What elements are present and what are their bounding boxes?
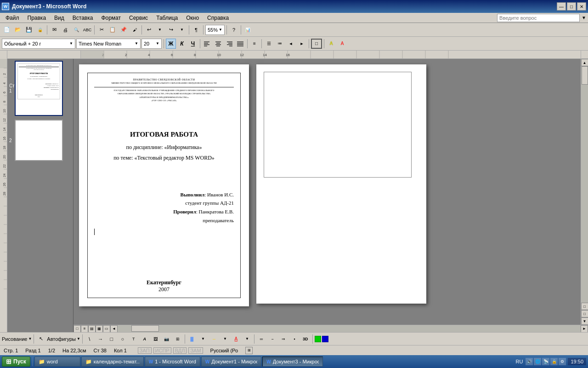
oval-tool[interactable]: ○	[118, 334, 128, 344]
bold-button[interactable]: Ж	[166, 39, 176, 49]
undo-button[interactable]: ↩	[144, 25, 154, 35]
align-center-button[interactable]	[213, 39, 223, 49]
reading-view-btn[interactable]: ▭	[103, 325, 110, 333]
outline-view-btn[interactable]: ▦	[96, 325, 103, 333]
shadow-tool[interactable]: ▪	[289, 334, 300, 344]
menu-format[interactable]: Формат	[97, 14, 124, 22]
copy-button[interactable]: 📋	[107, 25, 118, 35]
redo-dropdown[interactable]: ▼	[177, 25, 187, 35]
open-button[interactable]: 📂	[13, 25, 23, 35]
align-left-button[interactable]	[202, 39, 212, 49]
document-scroll-area[interactable]: ПРАВИТЕЛЬСТВО СВЕРДЛОВСКОЙ ОБЛАСТИ МИНИС…	[74, 59, 581, 325]
dash-style-tool[interactable]: --	[267, 334, 277, 344]
pilcrow-button[interactable]: ¶	[191, 25, 201, 35]
line-spacing-button[interactable]: ≡	[249, 39, 260, 49]
font-color-draw-arrow[interactable]: ▼	[242, 334, 252, 344]
arrow-style-tool[interactable]: ⇒	[278, 334, 288, 344]
autoshape-arrow[interactable]: ▼	[77, 337, 80, 341]
wordart-tool[interactable]: A	[140, 334, 150, 344]
increase-indent[interactable]: ►	[297, 39, 307, 49]
help-arrow[interactable]: ▼	[582, 15, 586, 20]
scroll-left-button[interactable]: ◄	[110, 325, 118, 333]
scroll-page-up[interactable]: □	[581, 303, 588, 310]
menu-view[interactable]: Вид	[51, 14, 68, 22]
print-view-btn[interactable]: ▤	[88, 325, 96, 333]
outside-border[interactable]: □	[311, 39, 322, 49]
taskbar-doc1[interactable]: W Документ1 - Микросо...	[201, 356, 261, 367]
diagram-tool[interactable]: ⊞	[173, 334, 183, 344]
menu-table[interactable]: Таблица	[153, 14, 181, 22]
help-button[interactable]: ?	[229, 25, 239, 35]
italic-button[interactable]: К	[177, 39, 187, 49]
line-tool[interactable]: \	[85, 334, 95, 344]
line-color-arrow[interactable]: ▼	[220, 334, 230, 344]
textbox-tool[interactable]: T	[129, 334, 139, 344]
new-button[interactable]: 📄	[2, 25, 12, 35]
pointer-button[interactable]: ↖	[36, 334, 46, 344]
preview-button[interactable]: 🔍	[71, 25, 81, 35]
taskbar-calendar[interactable]: 📁 календарно-темат...	[81, 356, 144, 367]
redo-button[interactable]: ↪	[166, 25, 176, 35]
taskbar-word1[interactable]: W 1 - Microsoft Word	[145, 356, 200, 367]
normal-view-btn[interactable]: □	[74, 325, 81, 333]
rect-tool[interactable]: □	[107, 334, 117, 344]
task-pane[interactable]: 📊	[243, 25, 253, 35]
page-2-thumbnail[interactable]	[15, 120, 63, 161]
clip-art-tool[interactable]: 🖼	[151, 334, 161, 344]
3d-tool[interactable]: 3D	[300, 334, 311, 344]
email-button[interactable]: ✉	[49, 25, 59, 35]
decrease-indent[interactable]: ◄	[286, 39, 296, 49]
line-color-tool[interactable]: ─	[209, 334, 219, 344]
menu-window[interactable]: Окно	[182, 14, 203, 22]
align-justify-button[interactable]	[235, 39, 245, 49]
scroll-thumb[interactable]	[582, 66, 588, 85]
h-scroll-thumb[interactable]	[131, 325, 159, 332]
cut-button[interactable]: ✂	[96, 25, 107, 35]
font-color-button[interactable]: A	[337, 39, 347, 49]
menu-tools[interactable]: Сервис	[125, 14, 152, 22]
scroll-up-button[interactable]: ▲	[581, 59, 588, 66]
format-painter[interactable]: 🖌	[130, 25, 140, 35]
menu-insert[interactable]: Вставка	[69, 14, 97, 22]
bullets-button[interactable]: ☰	[264, 39, 274, 49]
size-dropdown[interactable]: 20 ▼	[141, 39, 162, 49]
draw-arrow[interactable]: ▼	[28, 337, 32, 341]
close-button[interactable]: ✕	[577, 2, 586, 11]
highlight-button[interactable]: A	[326, 39, 336, 49]
numbering-button[interactable]: ≔	[275, 39, 285, 49]
font-color-draw-tool[interactable]: A	[231, 334, 241, 344]
help-search-input[interactable]	[497, 14, 580, 22]
save-button[interactable]: 💾	[24, 25, 34, 35]
picture-tool[interactable]: 📷	[162, 334, 172, 344]
scroll-right-button[interactable]: ►	[581, 325, 588, 333]
zoom-dropdown[interactable]: 55% ▼	[205, 25, 225, 35]
vertical-scrollbar[interactable]: ▲ □ □ ▼	[581, 59, 588, 325]
arrow-tool[interactable]: →	[96, 334, 106, 344]
taskbar-word-folder[interactable]: 📁 word	[34, 356, 80, 367]
print-button[interactable]: 🖨	[60, 25, 70, 35]
permission-button[interactable]: 🔒	[35, 25, 45, 35]
taskbar-doc3[interactable]: W Документ3 - Микросо...	[262, 356, 322, 367]
fill-color-tool[interactable]: ▓	[187, 334, 197, 344]
undo-dropdown[interactable]: ▼	[155, 25, 165, 35]
fill-color-arrow[interactable]: ▼	[198, 334, 208, 344]
font-dropdown[interactable]: Times New Roman ▼	[76, 39, 141, 49]
menu-file[interactable]: Файл	[2, 14, 23, 22]
maximize-button[interactable]: □	[567, 2, 576, 11]
line-style-tool[interactable]: ═	[256, 334, 266, 344]
web-view-btn[interactable]: ≡	[81, 325, 88, 333]
scroll-page-down[interactable]: □	[581, 310, 588, 317]
underline-button[interactable]: Ч	[188, 39, 198, 49]
minimize-button[interactable]: —	[557, 2, 566, 11]
menu-edit[interactable]: Правка	[24, 14, 50, 22]
menu-help[interactable]: Справка	[204, 14, 232, 22]
align-right-button[interactable]	[224, 39, 234, 49]
scroll-track[interactable]	[581, 66, 588, 303]
h-scroll-track[interactable]	[118, 325, 581, 332]
style-dropdown[interactable]: Обычный + 20 г ▼	[2, 39, 75, 49]
paste-button[interactable]: 📌	[119, 25, 129, 35]
spell-button[interactable]: ABC	[82, 25, 92, 35]
page-1-thumbnail[interactable]: ПРАВИТЕЛЬСТВО СВЕРДЛОВСКОЙ ОБЛАСТИ ГОСУД…	[15, 61, 63, 116]
scroll-down-button[interactable]: ▼	[581, 317, 588, 325]
start-button[interactable]: ⊞ Пуск	[2, 356, 30, 367]
